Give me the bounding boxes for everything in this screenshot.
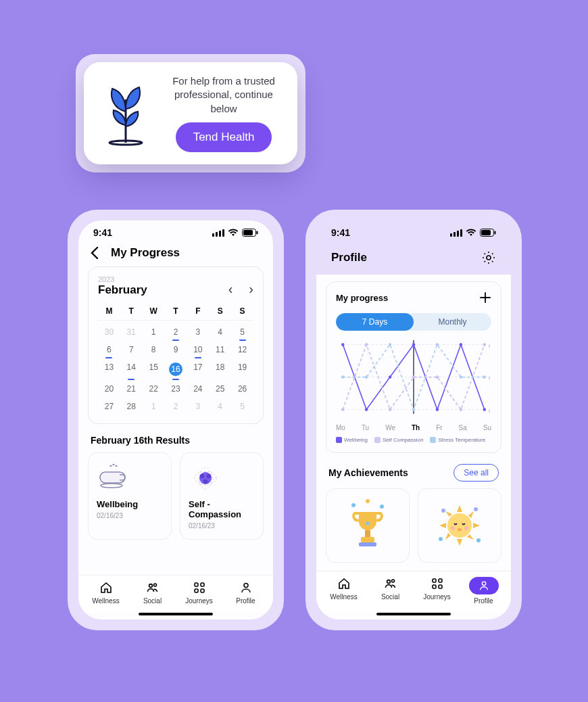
tab-wellness[interactable]: Wellness <box>82 581 129 605</box>
see-all-button[interactable]: See all <box>454 464 499 482</box>
calendar-day[interactable]: 15 <box>143 358 165 380</box>
grid-icon <box>193 581 206 594</box>
calendar-day[interactable]: 1 <box>143 323 165 341</box>
calendar-day[interactable]: 16 <box>165 358 187 380</box>
svg-rect-55 <box>359 542 376 546</box>
svg-point-35 <box>389 408 392 411</box>
svg-point-43 <box>412 408 416 411</box>
achievement-sun[interactable] <box>418 488 501 563</box>
calendar-day[interactable]: 17 <box>187 358 209 380</box>
svg-point-63 <box>464 526 468 530</box>
prev-month-icon[interactable]: ‹ <box>228 281 233 297</box>
calendar-day[interactable]: 4 <box>209 323 231 341</box>
calendar-day[interactable]: 18 <box>209 358 231 380</box>
calendar-day[interactable]: 10 <box>187 341 209 358</box>
tend-health-button[interactable]: Tend Health <box>176 122 272 152</box>
calendar-day[interactable]: 21 <box>120 380 143 398</box>
svg-text:H: H <box>489 343 490 349</box>
calendar-day[interactable]: 5 <box>231 323 253 341</box>
svg-rect-20 <box>495 231 496 235</box>
gear-icon[interactable] <box>481 250 496 265</box>
calendar: 2023 February ‹ › MTWTFSS303112345678910… <box>88 266 264 424</box>
page-title: My Progress <box>111 246 180 260</box>
svg-point-37 <box>436 375 439 379</box>
svg-point-50 <box>351 503 356 507</box>
calendar-day[interactable]: 14 <box>120 358 143 380</box>
tab-7days[interactable]: 7 Days <box>336 313 414 331</box>
svg-point-64 <box>387 580 390 584</box>
svg-rect-2 <box>243 230 253 235</box>
svg-point-28 <box>389 375 392 379</box>
calendar-day[interactable]: 22 <box>143 380 165 398</box>
svg-point-52 <box>366 499 370 503</box>
calendar-day[interactable]: 1 <box>143 398 165 415</box>
calendar-day[interactable]: 19 <box>231 358 253 380</box>
svg-point-21 <box>487 256 491 260</box>
svg-rect-69 <box>439 585 442 588</box>
svg-point-10 <box>203 479 207 484</box>
calendar-day[interactable]: 31 <box>120 323 143 341</box>
achievement-trophy[interactable] <box>326 488 410 563</box>
tab-social[interactable]: Social <box>367 577 414 605</box>
calendar-day[interactable]: 24 <box>187 380 209 398</box>
svg-point-26 <box>341 343 345 346</box>
people-icon <box>384 577 397 590</box>
people-icon <box>146 581 160 594</box>
tab-wellness[interactable]: Wellness <box>320 577 367 605</box>
calendar-day[interactable]: 2 <box>165 323 187 341</box>
calendar-day[interactable]: 23 <box>165 380 187 398</box>
result-card[interactable]: Self - Compassion02/16/23 <box>180 452 264 540</box>
tab-journeys[interactable]: Journeys <box>176 581 222 605</box>
calendar-day[interactable]: 2 <box>165 398 187 415</box>
progress-title: My progress <box>336 293 388 303</box>
calendar-day[interactable]: 5 <box>231 398 253 415</box>
calendar-day[interactable]: 8 <box>143 341 165 358</box>
calendar-month: February <box>98 283 147 297</box>
calendar-day[interactable]: 9 <box>165 341 187 358</box>
svg-text:L: L <box>489 408 490 414</box>
home-indicator <box>376 613 451 615</box>
signal-icon <box>450 229 462 237</box>
person-icon <box>239 581 253 594</box>
tab-journeys[interactable]: Journeys <box>414 577 460 605</box>
calendar-day[interactable]: 6 <box>98 341 120 358</box>
tab-profile[interactable]: Profile <box>222 581 269 605</box>
calendar-day[interactable]: 12 <box>231 341 253 358</box>
svg-point-42 <box>389 343 392 346</box>
calendar-day[interactable]: 30 <box>98 323 120 341</box>
svg-rect-67 <box>439 579 442 582</box>
battery-icon <box>480 229 496 237</box>
calendar-day[interactable]: 27 <box>98 398 120 415</box>
svg-point-62 <box>451 526 455 530</box>
calendar-day[interactable]: 20 <box>98 380 120 398</box>
tab-profile[interactable]: Profile <box>460 577 507 605</box>
svg-rect-66 <box>433 579 436 582</box>
calendar-day[interactable]: 13 <box>98 358 120 380</box>
calendar-day[interactable]: 3 <box>187 323 209 341</box>
calendar-day[interactable]: 4 <box>209 398 231 415</box>
svg-point-36 <box>412 375 416 379</box>
svg-point-65 <box>391 580 394 582</box>
calendar-day[interactable]: 26 <box>231 380 253 398</box>
grid-icon <box>431 577 444 590</box>
calendar-day[interactable]: 3 <box>187 398 209 415</box>
tab-monthly[interactable]: Monthly <box>414 313 491 331</box>
calendar-day[interactable]: 25 <box>209 380 231 398</box>
plus-icon[interactable] <box>479 291 491 304</box>
back-icon[interactable] <box>91 247 99 259</box>
calendar-day[interactable]: 7 <box>120 341 143 358</box>
calendar-day[interactable]: 28 <box>120 398 143 415</box>
result-card[interactable]: Wellbeing02/16/23 <box>88 452 172 540</box>
svg-point-44 <box>436 343 439 346</box>
svg-point-27 <box>365 408 368 411</box>
phone-profile: 9:41 Profile My progress 7 Days Monthly <box>305 210 522 630</box>
calendar-day[interactable]: 11 <box>209 341 231 358</box>
tab-social[interactable]: Social <box>129 581 176 605</box>
next-month-icon[interactable]: › <box>249 281 253 297</box>
range-segmented[interactable]: 7 Days Monthly <box>336 313 491 331</box>
person-icon <box>469 577 499 594</box>
svg-point-31 <box>460 343 463 346</box>
svg-point-61 <box>458 528 462 531</box>
tab-bar: Wellness Social Journeys Profile <box>316 571 511 613</box>
phone-progress: 9:41 My Progress 2023 February ‹ <box>68 210 284 630</box>
